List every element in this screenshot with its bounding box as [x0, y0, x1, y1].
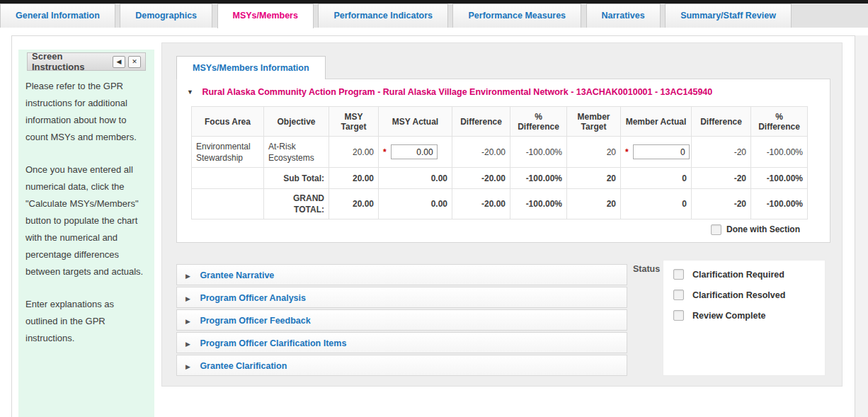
subtotal-difference: -20.00 [452, 168, 510, 189]
col-header-msy-target: MSY Target [329, 107, 379, 137]
subtotal-pct-difference: -100.00% [510, 168, 567, 189]
grandtotal-msy-actual: 0.00 [379, 189, 452, 219]
subtotal-member-target: 20 [567, 168, 621, 189]
accordion-program-officer-clarification-items[interactable]: ▶ Program Officer Clarification Items [176, 332, 627, 353]
cell-empty [192, 189, 264, 219]
chevron-right-icon: ▶ [185, 295, 190, 302]
col-header-member-target: Member Target [567, 107, 621, 137]
chevron-right-icon: ▶ [185, 273, 190, 280]
accordion-label: Program Officer Clarification Items [200, 338, 346, 348]
accordion-grantee-clarification[interactable]: ▶ Grantee Clarification [176, 355, 627, 376]
collapse-left-icon: ◀ [117, 58, 122, 65]
accordion-label: Grantee Clarification [200, 361, 287, 371]
grandtotal-member-actual: 0 [621, 189, 692, 219]
grandtotal-difference: -20.00 [452, 189, 510, 219]
instructions-paragraph: Please refer to the GPR instructions for… [25, 78, 149, 146]
grantee-header-text: Rural Alaska Community Action Program - … [202, 87, 712, 97]
member-actual-input[interactable] [633, 144, 690, 159]
close-panel-button[interactable]: ✕ [128, 56, 141, 68]
col-header-focus-area: Focus Area [192, 107, 264, 137]
subtotal-member-pct-difference: -100.00% [751, 168, 808, 189]
right-gutter [855, 35, 868, 417]
chevron-right-icon: ▶ [185, 318, 190, 325]
col-header-pct-difference-2: % Difference [751, 107, 808, 137]
status-option-clarification-resolved: Clarification Resolved [673, 290, 825, 300]
grandtotal-msy-target: 20.00 [329, 189, 379, 219]
cell-objective: At-Risk Ecosystems [264, 137, 329, 168]
required-marker: * [625, 147, 629, 157]
col-header-objective: Objective [264, 107, 329, 137]
status-option-label: Review Complete [692, 311, 766, 321]
grand-total-label: GRAND TOTAL: [264, 189, 329, 219]
accordion-label: Program Officer Feedback [200, 316, 310, 326]
cell-member-pct-difference: -100.00% [751, 137, 808, 168]
grand-total-row: GRAND TOTAL: 20.00 0.00 -20.00 -100.00% … [192, 189, 808, 219]
table-header-row: Focus Area Objective MSY Target MSY Actu… [192, 107, 808, 137]
tab-summary-staff-review[interactable]: Summary/Staff Review [665, 4, 792, 28]
close-icon: ✕ [132, 58, 137, 65]
grantee-section-header[interactable]: ▼ Rural Alaska Community Action Program … [177, 79, 830, 103]
collapse-panel-button[interactable]: ◀ [113, 56, 125, 68]
status-option-label: Clarification Resolved [692, 290, 785, 300]
review-complete-checkbox[interactable] [673, 310, 684, 321]
tab-msys-members[interactable]: MSYs/Members [217, 4, 314, 28]
tab-narratives[interactable]: Narratives [586, 4, 661, 28]
msy-members-table: Focus Area Objective MSY Target MSY Actu… [191, 106, 808, 219]
clarification-resolved-checkbox[interactable] [673, 290, 684, 300]
chevron-right-icon: ▶ [185, 363, 190, 370]
screen-instructions-header: Screen Instructions ◀ ✕ [27, 52, 146, 71]
main-tab-bar: General Information Demographics MSYs/Me… [0, 4, 868, 28]
tab-performance-indicators[interactable]: Performance Indicators [318, 4, 448, 28]
sub-total-row: Sub Total: 20.00 0.00 -20.00 -100.00% 20… [192, 168, 808, 189]
accordion-label: Grantee Narrative [200, 270, 274, 280]
required-marker: * [383, 147, 387, 157]
done-with-section-checkbox[interactable] [711, 224, 721, 235]
cell-msy-actual: * [379, 137, 452, 168]
chevron-right-icon: ▶ [185, 341, 190, 348]
accordion-program-officer-analysis[interactable]: ▶ Program Officer Analysis [176, 287, 627, 308]
cell-empty [192, 168, 264, 189]
cell-member-difference: -20 [692, 137, 751, 168]
accordion-grantee-narrative[interactable]: ▶ Grantee Narrative [176, 264, 627, 285]
col-header-msy-actual: MSY Actual [379, 107, 452, 137]
accordion-program-officer-feedback[interactable]: ▶ Program Officer Feedback [176, 309, 627, 331]
table-row: Environmental Stewardship At-Risk Ecosys… [192, 137, 808, 168]
subtotal-msy-actual: 0.00 [379, 168, 452, 189]
grandtotal-member-target: 20 [567, 189, 621, 219]
tab-performance-measures[interactable]: Performance Measures [452, 4, 581, 28]
col-header-difference-2: Difference [692, 107, 751, 137]
narrative-accordion-list: ▶ Grantee Narrative ▶ Program Officer An… [176, 264, 627, 377]
tab-general-information[interactable]: General Information [0, 4, 115, 28]
cell-member-actual: * [621, 137, 692, 168]
screen-instructions-title: Screen Instructions [32, 51, 110, 72]
done-with-section-row: Done with Section [177, 219, 830, 236]
done-with-section-label: Done with Section [726, 224, 800, 234]
grandtotal-member-difference: -20 [692, 189, 751, 219]
cell-member-target: 20 [567, 137, 621, 168]
grandtotal-member-pct-difference: -100.00% [751, 189, 808, 219]
cell-msy-target: 20.00 [329, 137, 379, 168]
tab-demographics[interactable]: Demographics [120, 4, 212, 28]
col-header-member-actual: Member Actual [621, 107, 692, 137]
clarification-required-checkbox[interactable] [673, 269, 684, 280]
collapse-down-icon: ▼ [187, 88, 193, 96]
msy-actual-input[interactable] [391, 144, 438, 159]
col-header-difference: Difference [452, 107, 510, 137]
status-option-label: Clarification Required [692, 270, 784, 280]
screen-instructions-text: Please refer to the GPR instructions for… [25, 78, 149, 362]
col-header-pct-difference: % Difference [510, 107, 567, 137]
grandtotal-pct-difference: -100.00% [510, 189, 567, 219]
cell-pct-difference: -100.00% [510, 137, 567, 168]
status-option-clarification-required: Clarification Required [673, 269, 825, 280]
status-label: Status [633, 264, 660, 274]
grantee-section-panel: ▼ Rural Alaska Community Action Program … [176, 79, 830, 243]
msys-members-information-tab[interactable]: MSYs/Members Information [176, 56, 326, 79]
screen-instructions-panel: Screen Instructions ◀ ✕ Please refer to … [18, 50, 154, 417]
subtotal-msy-target: 20.00 [329, 168, 379, 189]
subtotal-member-actual: 0 [621, 168, 692, 189]
cell-focus-area: Environmental Stewardship [192, 137, 264, 168]
subtotal-member-difference: -20 [692, 168, 751, 189]
msys-members-content-area: MSYs/Members Information ▼ Rural Alaska … [161, 42, 843, 387]
instructions-paragraph: Enter explanations as outlined in the GP… [25, 296, 149, 347]
accordion-label: Program Officer Analysis [200, 293, 306, 303]
